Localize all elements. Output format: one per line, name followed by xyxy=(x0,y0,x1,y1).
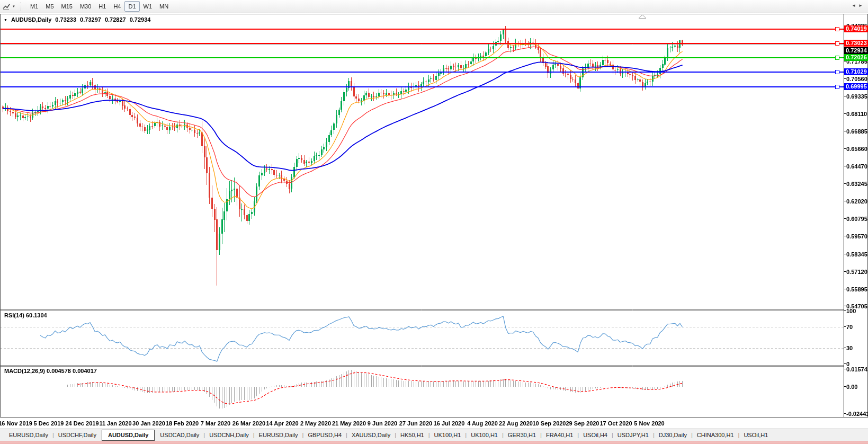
top-toolbar: ▼ M1M5M15M30H1H4D1W1MN xyxy=(0,0,868,13)
tab-usdcad-daily[interactable]: USDCAD,Daily xyxy=(156,430,203,441)
tab-usdcnh-daily[interactable]: USDCNH,Daily xyxy=(205,430,253,441)
date-axis-label: 10 Sep 2020 xyxy=(533,420,566,427)
chart-cursor-icon xyxy=(2,2,11,11)
price-level-tag: 0.69995 xyxy=(844,83,868,90)
date-axis-label: 27 Jun 2020 xyxy=(399,420,432,427)
tab-eurusd-daily[interactable]: EURUSD,Daily xyxy=(5,430,52,441)
price-axis-label: 0.59570 xyxy=(846,233,868,239)
date-axis-label: 21 May 2020 xyxy=(332,420,366,427)
date-axis-label: 5 Dec 2019 xyxy=(34,420,64,427)
tab-list: EURUSD,Daily|USDCHF,DailyAUDUSD,DailyUSD… xyxy=(5,430,772,441)
collapse-triangle-icon[interactable]: ▼ xyxy=(4,17,7,23)
date-axis-label: 16 Nov 2019 xyxy=(0,420,32,427)
tab-hk50-h1[interactable]: HK50,H1 xyxy=(397,430,428,441)
timeframe-m5[interactable]: M5 xyxy=(42,1,57,12)
rsi-axis-label: 30 xyxy=(846,345,868,351)
chart-tab-bar: EURUSD,Daily|USDCHF,DailyAUDUSD,DailyUSD… xyxy=(0,429,868,441)
tab-usoil-h4[interactable]: USOil,H4 xyxy=(579,430,611,441)
tab-usdchf-daily[interactable]: USDCHF,Daily xyxy=(55,430,100,441)
date-axis-label: 2 May 2020 xyxy=(300,420,331,427)
price-axis-label: 0.55895 xyxy=(846,286,868,292)
price-axis-label: 0.64470 xyxy=(846,163,868,170)
date-axis-label: 14 Apr 2020 xyxy=(266,420,298,427)
price-axis-label: 0.58345 xyxy=(846,251,868,257)
timeframe-buttons: M1M5M15M30H1H4D1W1MN xyxy=(26,1,172,12)
date-axis-label: 22 Aug 2020 xyxy=(499,420,533,427)
date-axis-label: 26 Mar 2020 xyxy=(232,420,265,427)
timeframe-h1[interactable]: H1 xyxy=(95,1,110,12)
bottom-strip xyxy=(0,441,868,444)
macd-axis-label: 0.00 xyxy=(846,384,868,390)
tab-usdjpy-h1[interactable]: USDJPY,H1 xyxy=(614,430,652,441)
date-axis-label: 17 Oct 2020 xyxy=(599,420,632,427)
price-axis-label: 0.63245 xyxy=(846,181,868,187)
tab-audusd-daily[interactable]: AUDUSD,Daily xyxy=(102,430,155,441)
current-price-tag: 0.72934 xyxy=(844,47,868,54)
macd-axis-label: -0.024412 xyxy=(846,411,868,417)
tab-eurusd-daily[interactable]: EURUSD,Daily xyxy=(255,430,302,441)
macd-axis-label: 0.015741 xyxy=(846,366,868,372)
price-level-tag: 0.71029 xyxy=(844,68,868,75)
timeframe-w1[interactable]: W1 xyxy=(140,1,156,12)
macd-label: MACD(12,26,9) 0.004578 0.004017 xyxy=(4,368,97,374)
chart-title: ▼ AUDUSD,Daily 0.73233 0.73297 0.72827 0… xyxy=(4,16,150,23)
tab-china300-h1[interactable]: CHINA300,H1 xyxy=(693,430,738,441)
tab-uk100-h1[interactable]: UK100,H1 xyxy=(467,430,502,441)
price-axis-label: 0.68110 xyxy=(846,111,868,117)
rsi-axis-label: 100 xyxy=(846,308,868,314)
date-axis-label: 30 Jan 2020 xyxy=(132,420,165,427)
tab-uk100-h1[interactable]: UK100,H1 xyxy=(431,430,465,441)
price-level-tag: 0.74019 xyxy=(844,25,868,32)
date-axis-label: 24 Dec 2019 xyxy=(66,420,99,427)
price-axis-label: 0.65660 xyxy=(846,146,868,152)
tab-dj30-daily[interactable]: DJ30,Daily xyxy=(655,430,691,441)
timeframe-h4[interactable]: H4 xyxy=(110,1,124,12)
date-axis-label: 18 Feb 2020 xyxy=(166,420,199,427)
price-axis-label: 0.66885 xyxy=(846,128,868,135)
timeframe-mn[interactable]: MN xyxy=(156,1,172,12)
tab-ger30-h1[interactable]: GER30,H1 xyxy=(504,430,540,441)
price-level-tag: 0.73023 xyxy=(844,40,868,47)
price-axis-label: 0.60795 xyxy=(846,216,868,222)
date-axis-label: 9 Jun 2020 xyxy=(368,420,397,427)
date-axis-label: 11 Jan 2020 xyxy=(99,420,131,427)
timeframe-d1[interactable]: D1 xyxy=(124,1,139,12)
chart-shift-marker-icon xyxy=(638,14,647,19)
toolbar-grip[interactable] xyxy=(21,2,22,11)
price-axis-label: 0.70560 xyxy=(846,76,868,82)
date-axis-label: 16 Jul 2020 xyxy=(434,420,465,427)
rsi-axis-label: 70 xyxy=(846,324,868,330)
ohlc-close: 0.72934 xyxy=(130,16,151,23)
rsi-label: RSI(14) 60.1304 xyxy=(4,312,47,318)
timeframe-m15[interactable]: M15 xyxy=(58,1,76,12)
timeframe-m1[interactable]: M1 xyxy=(26,1,42,12)
tab-fra40-h1[interactable]: FRA40,H1 xyxy=(542,430,577,441)
date-axis-label: 4 Aug 2020 xyxy=(467,420,498,427)
price-level-tag: 0.72026 xyxy=(844,54,868,61)
ohlc-open: 0.73233 xyxy=(55,16,76,23)
price-axis-label: 0.57120 xyxy=(846,269,868,275)
chevron-down-icon: ▼ xyxy=(12,5,15,8)
tab-scroll-left-icon[interactable]: ◄ xyxy=(852,3,858,8)
tab-xauusd-daily[interactable]: XAUUSD,Daily xyxy=(348,430,394,441)
ohlc-high: 0.73297 xyxy=(80,16,101,23)
date-axis-label: 29 Sep 2020 xyxy=(566,420,599,427)
tab-scroll-arrows: ◄► xyxy=(852,3,865,8)
timeframe-m30[interactable]: M30 xyxy=(76,1,95,12)
tab-scroll-right-icon[interactable]: ► xyxy=(858,3,865,8)
date-axis-label: 5 Nov 2020 xyxy=(634,420,664,427)
date-axis-label: 7 Mar 2020 xyxy=(201,420,230,427)
price-axis-label: 0.69335 xyxy=(846,93,868,100)
cursor-tool-button[interactable]: ▼ xyxy=(0,2,18,11)
tab-usoil-h1[interactable]: USOil,H1 xyxy=(740,430,772,441)
price-axis-label: 0.62020 xyxy=(846,198,868,205)
ohlc-low: 0.72827 xyxy=(105,16,126,23)
tab-gbpusd-h4[interactable]: GBPUSD,H4 xyxy=(304,430,345,441)
symbol-label: AUDUSD,Daily xyxy=(11,16,51,23)
chart-canvas[interactable] xyxy=(0,0,868,444)
